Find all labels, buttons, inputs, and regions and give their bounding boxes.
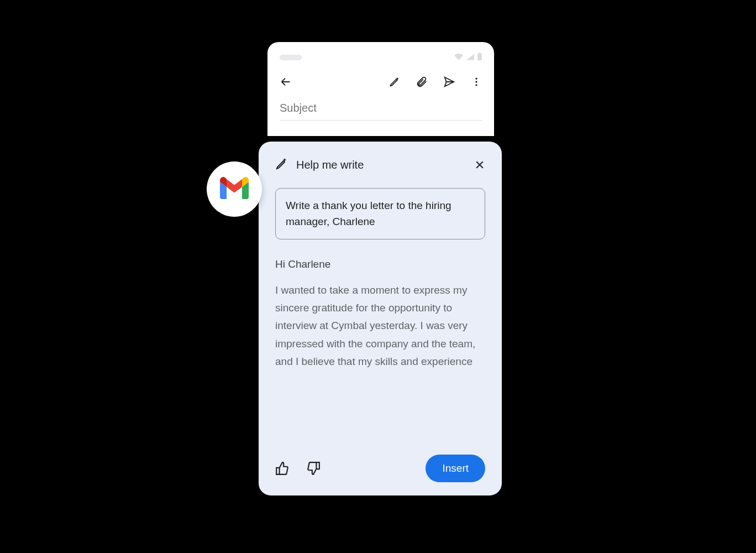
generated-content: Hi Charlene I wanted to take a moment to… — [275, 258, 485, 448]
pencil-sparkle-icon — [275, 157, 288, 173]
more-button[interactable] — [471, 76, 482, 87]
wifi-icon — [454, 53, 463, 62]
signal-icon — [466, 53, 474, 62]
subject-input[interactable] — [280, 102, 482, 121]
insert-button[interactable]: Insert — [426, 455, 485, 482]
send-button[interactable] — [443, 76, 455, 88]
panel-header: Help me write — [275, 157, 485, 173]
panel-title: Help me write — [296, 159, 364, 171]
thumbs-up-button[interactable] — [275, 461, 290, 476]
gmail-icon — [220, 177, 249, 201]
fade-overlay — [275, 409, 485, 448]
gmail-logo-badge — [207, 161, 262, 217]
pencil-sparkle-icon[interactable] — [389, 76, 400, 87]
generated-body: I wanted to take a moment to express my … — [275, 281, 485, 371]
status-bar — [280, 52, 482, 63]
close-button[interactable] — [474, 159, 485, 170]
status-icons — [454, 53, 482, 62]
compose-toolbar — [280, 73, 482, 91]
thumbs-down-button[interactable] — [306, 461, 321, 476]
svg-point-2 — [475, 78, 477, 80]
back-button[interactable] — [280, 76, 292, 88]
svg-point-4 — [475, 84, 477, 86]
attachment-button[interactable] — [416, 76, 428, 88]
svg-rect-1 — [479, 53, 480, 54]
svg-rect-0 — [477, 54, 482, 60]
status-pill — [280, 55, 302, 60]
help-me-write-panel: Help me write Write a thank you letter t… — [259, 142, 502, 495]
prompt-input[interactable]: Write a thank you letter to the hiring m… — [275, 188, 485, 239]
panel-footer: Insert — [275, 455, 485, 482]
phone-compose-frame — [267, 42, 494, 136]
generated-greeting: Hi Charlene — [275, 258, 485, 270]
svg-point-3 — [475, 81, 477, 82]
battery-icon — [477, 53, 482, 62]
